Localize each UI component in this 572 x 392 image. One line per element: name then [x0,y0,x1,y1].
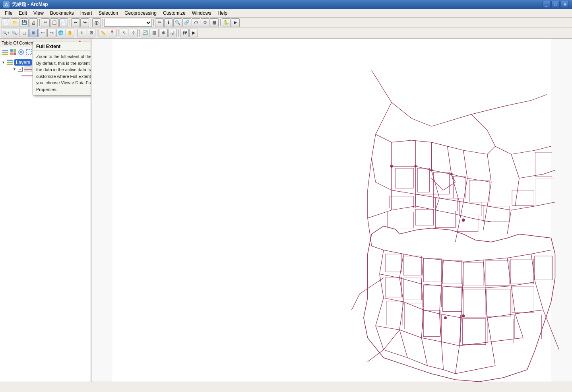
svg-rect-4 [14,49,16,52]
hyperlink-button[interactable]: 🔗 [182,18,191,27]
more5[interactable]: ⊕ [159,29,168,37]
select-button[interactable]: ↖ [120,29,128,37]
editor-button[interactable]: ✏ [155,18,164,27]
more-btn3[interactable]: ▶ [231,18,240,27]
svg-point-191 [430,169,432,171]
layers-label: Layers [14,59,32,66]
toc-panel: Table Of Contents 📌 ✕ ▼ [0,39,91,382]
zoom-prev-button[interactable]: ↩ [38,29,47,37]
svg-point-190 [415,165,417,167]
clear-select-button[interactable]: ⊠ [87,29,95,37]
menu-file[interactable]: File [2,10,16,17]
menu-bar: File Edit View Bookmarks Insert Selectio… [0,9,572,17]
find-button[interactable]: 🔍 [173,18,182,27]
svg-point-194 [444,316,446,319]
toolbar-container: 📄 📁 💾 🖨 ✂ 📋 📄 ↩ ↪ ⊕ ✏ ℹ 🔍 🔗 ⏱ ⚙ ▦ 🐍 ▶ 🔍+… [0,17,572,39]
toolbar-tools: 🔍+ 🔍- □ ⊞ ↩ ↪ 🌐 ✋ ℹ ⊠ 📏 📍 ↖ ⊹ 🔄 ▦ ⊕ 📊 🗺 … [0,28,572,38]
svg-rect-1 [2,52,8,53]
expand-icon: ▼ [2,60,6,64]
road-legend-line [21,74,33,78]
toolbar-standard: 📄 📁 💾 🖨 ✂ 📋 📄 ↩ ↪ ⊕ ✏ ℹ 🔍 🔗 ⏱ ⚙ ▦ 🐍 ▶ [0,17,572,28]
map-area[interactable] [91,39,572,382]
main-area: Table Of Contents 📌 ✕ ▼ [0,39,572,382]
save-button[interactable]: 💾 [20,18,29,27]
svg-rect-9 [27,50,31,54]
undo-button[interactable]: ↩ [71,18,80,27]
identify-button[interactable]: ℹ [164,18,173,27]
menu-geoprocessing[interactable]: Geoprocessing [121,10,160,17]
window-controls[interactable]: _ □ ✕ [542,1,569,8]
svg-rect-0 [2,50,8,51]
zoom-out-button[interactable]: 🔍- [11,29,19,37]
svg-line-135 [551,330,559,350]
svg-rect-6 [14,52,16,55]
menu-view[interactable]: View [30,10,47,17]
svg-point-195 [462,314,465,317]
toc-list-by-drawing-order[interactable] [2,49,9,56]
svg-rect-2 [2,54,8,55]
goto-xy-button[interactable]: 📍 [108,29,116,37]
open-button[interactable]: 📁 [11,18,19,27]
svg-rect-5 [10,52,13,55]
menu-edit[interactable]: Edit [16,10,30,17]
title-bar: A 无标题 - ArcMap _ □ ✕ [0,0,572,9]
status-bar [0,382,572,392]
toc-list-by-source[interactable] [10,49,17,56]
window-title: 无标题 - ArcMap [12,1,48,8]
menu-windows[interactable]: Windows [189,10,215,17]
menu-help[interactable]: Help [214,10,231,17]
pan-button[interactable]: 🌐 [56,29,65,37]
svg-point-8 [20,51,22,53]
app-icon: A [3,1,10,8]
tooltip-title: Full Extent [33,42,91,51]
svg-rect-13 [112,39,551,382]
add-data-button[interactable]: ⊕ [92,18,101,27]
print-button[interactable]: 🖨 [29,18,38,27]
more8[interactable]: ▶ [189,29,198,37]
svg-point-189 [390,165,393,167]
copy-button[interactable]: 📋 [50,18,59,27]
zoom-in-button[interactable]: 🔍+ [2,29,10,37]
toc-list-by-selection[interactable] [25,49,33,56]
more7[interactable]: 🗺 [180,29,189,37]
time-button[interactable]: ⏱ [192,18,200,27]
layers-stack-icon [7,60,13,65]
info-button[interactable]: ℹ [78,29,86,37]
close-button[interactable]: ✕ [560,1,569,8]
menu-insert[interactable]: Insert [77,10,95,17]
more-btn1[interactable]: ⚙ [201,18,209,27]
paste-button[interactable]: 📄 [59,18,68,27]
more4[interactable]: ▦ [150,29,159,37]
more-btn2[interactable]: ▦ [210,18,219,27]
select-elements-button[interactable]: ⊹ [129,29,138,37]
svg-point-192 [450,173,452,175]
road-layer-icon [24,66,32,72]
rotate-button[interactable]: 🔄 [141,29,149,37]
menu-bookmarks[interactable]: Bookmarks [47,10,77,17]
maximize-button[interactable]: □ [551,1,560,8]
map-scale-dropdown[interactable] [104,19,152,27]
zoom-full-button[interactable]: ⊞ [29,29,38,37]
road-layer-checkbox[interactable] [18,67,23,72]
python-btn[interactable]: 🐍 [222,18,231,27]
menu-selection[interactable]: Selection [95,10,121,17]
tooltip-body: Zoom to the full extent of the map. By d… [33,51,91,95]
toc-list-by-visibility[interactable] [17,49,25,56]
zoom-box-button[interactable]: □ [20,29,29,37]
zoom-next-button[interactable]: ↪ [47,29,56,37]
road-expand-icon: ▼ [13,67,17,71]
cut-button[interactable]: ✂ [41,18,50,27]
svg-rect-3 [10,49,13,52]
map-svg [91,39,572,382]
more6[interactable]: 📊 [168,29,177,37]
menu-customize[interactable]: Customize [160,10,189,17]
tooltip-popup: Full Extent Zoom to the full extent of t… [33,42,91,95]
measure-button[interactable]: 📏 [99,29,107,37]
new-button[interactable]: 📄 [2,18,10,27]
minimize-button[interactable]: _ [542,1,551,8]
svg-point-193 [462,219,465,221]
hand-tool[interactable]: ✋ [66,29,74,37]
toc-title: Table Of Contents [2,41,37,45]
redo-button[interactable]: ↪ [80,18,89,27]
